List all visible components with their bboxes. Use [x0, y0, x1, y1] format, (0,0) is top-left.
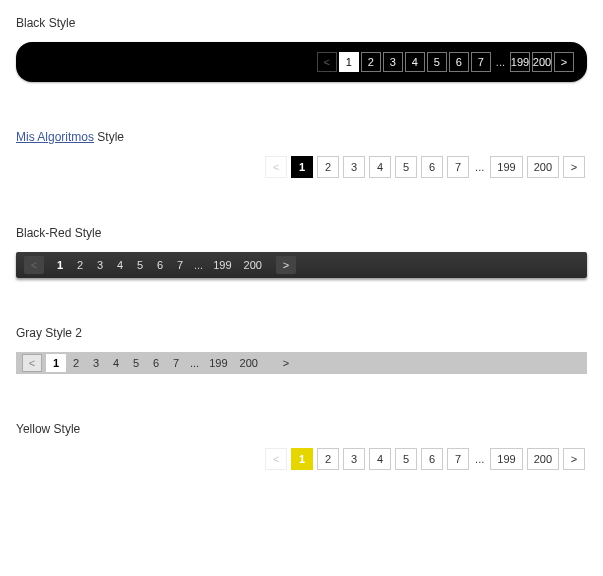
next-button[interactable]: > — [563, 448, 585, 470]
page-7-button[interactable]: 7 — [447, 156, 469, 178]
pagination-bar-mis: < 1 2 3 4 5 6 7 ... 199 200 > — [16, 156, 587, 178]
next-button[interactable]: > — [554, 52, 574, 72]
page-199-button[interactable]: 199 — [490, 448, 522, 470]
section-title: Mis Algoritmos Style — [16, 130, 587, 144]
page-200-button[interactable]: 200 — [238, 256, 268, 274]
page-2-button[interactable]: 2 — [317, 156, 339, 178]
page-199-button[interactable]: 199 — [510, 52, 530, 72]
page-3-button[interactable]: 3 — [343, 448, 365, 470]
page-200-button[interactable]: 200 — [234, 354, 264, 372]
page-1-button[interactable]: 1 — [50, 256, 70, 274]
pagination-mis: < 1 2 3 4 5 6 7 ... 199 200 > — [263, 156, 587, 178]
page-1-button[interactable]: 1 — [46, 354, 66, 372]
page-2-button[interactable]: 2 — [70, 256, 90, 274]
pagination-yellow: < 1 2 3 4 5 6 7 ... 199 200 > — [263, 448, 587, 470]
page-6-button[interactable]: 6 — [449, 52, 469, 72]
page-5-button[interactable]: 5 — [395, 156, 417, 178]
page-4-button[interactable]: 4 — [369, 448, 391, 470]
pagination-bar-black: < 1 2 3 4 5 6 7 ... 199 200 > — [16, 42, 587, 82]
page-2-button[interactable]: 2 — [317, 448, 339, 470]
section-black-style: Black Style < 1 2 3 4 5 6 7 ... 199 200 … — [16, 16, 587, 82]
page-200-button[interactable]: 200 — [532, 52, 552, 72]
page-199-button[interactable]: 199 — [203, 354, 233, 372]
page-200-button[interactable]: 200 — [527, 156, 559, 178]
section-mis-style: Mis Algoritmos Style < 1 2 3 4 5 6 7 ...… — [16, 130, 587, 178]
section-title: Black-Red Style — [16, 226, 587, 240]
page-7-button[interactable]: 7 — [170, 256, 190, 274]
page-4-button[interactable]: 4 — [110, 256, 130, 274]
pagination-black: < 1 2 3 4 5 6 7 ... 199 200 > — [316, 52, 575, 72]
section-gray-style-2: Gray Style 2 < 1 2 3 4 5 6 7 ... 199 200… — [16, 326, 587, 374]
ellipsis: ... — [190, 259, 207, 271]
page-2-button[interactable]: 2 — [66, 354, 86, 372]
page-199-button[interactable]: 199 — [207, 256, 237, 274]
prev-button: < — [24, 256, 44, 274]
page-4-button[interactable]: 4 — [405, 52, 425, 72]
prev-button: < — [317, 52, 337, 72]
section-title: Yellow Style — [16, 422, 587, 436]
section-black-red-style: Black-Red Style < 1 2 3 4 5 6 7 ... 199 … — [16, 226, 587, 278]
page-6-button[interactable]: 6 — [421, 156, 443, 178]
page-199-button[interactable]: 199 — [490, 156, 522, 178]
next-button[interactable]: > — [563, 156, 585, 178]
page-5-button[interactable]: 5 — [427, 52, 447, 72]
pagination-gray: < 1 2 3 4 5 6 7 ... 199 200 > — [22, 354, 296, 372]
ellipsis: ... — [471, 453, 488, 465]
page-7-button[interactable]: 7 — [166, 354, 186, 372]
page-4-button[interactable]: 4 — [106, 354, 126, 372]
next-button[interactable]: > — [276, 256, 296, 274]
page-5-button[interactable]: 5 — [130, 256, 150, 274]
page-3-button[interactable]: 3 — [383, 52, 403, 72]
section-title: Black Style — [16, 16, 587, 30]
pagination-bar-blackred: < 1 2 3 4 5 6 7 ... 199 200 > — [16, 252, 587, 278]
section-title: Gray Style 2 — [16, 326, 587, 340]
section-yellow-style: Yellow Style < 1 2 3 4 5 6 7 ... 199 200… — [16, 422, 587, 470]
next-button[interactable]: > — [276, 354, 296, 372]
page-5-button[interactable]: 5 — [126, 354, 146, 372]
ellipsis: ... — [471, 161, 488, 173]
page-5-button[interactable]: 5 — [395, 448, 417, 470]
page-1-button[interactable]: 1 — [291, 448, 313, 470]
pagination-bar-yellow: < 1 2 3 4 5 6 7 ... 199 200 > — [16, 448, 587, 470]
page-3-button[interactable]: 3 — [86, 354, 106, 372]
pagination-blackred: < 1 2 3 4 5 6 7 ... 199 200 > — [24, 256, 296, 274]
page-7-button[interactable]: 7 — [447, 448, 469, 470]
prev-button: < — [265, 156, 287, 178]
page-6-button[interactable]: 6 — [146, 354, 166, 372]
page-2-button[interactable]: 2 — [361, 52, 381, 72]
page-7-button[interactable]: 7 — [471, 52, 491, 72]
section-title-suffix: Style — [94, 130, 124, 144]
pagination-bar-gray: < 1 2 3 4 5 6 7 ... 199 200 > — [16, 352, 587, 374]
page-3-button[interactable]: 3 — [343, 156, 365, 178]
ellipsis: ... — [186, 357, 203, 369]
prev-button: < — [265, 448, 287, 470]
prev-button: < — [22, 354, 42, 372]
page-200-button[interactable]: 200 — [527, 448, 559, 470]
page-3-button[interactable]: 3 — [90, 256, 110, 274]
page-4-button[interactable]: 4 — [369, 156, 391, 178]
page-6-button[interactable]: 6 — [150, 256, 170, 274]
ellipsis: ... — [492, 56, 509, 68]
page-1-button[interactable]: 1 — [291, 156, 313, 178]
mis-algoritmos-link[interactable]: Mis Algoritmos — [16, 130, 94, 144]
page-1-button[interactable]: 1 — [339, 52, 359, 72]
page-6-button[interactable]: 6 — [421, 448, 443, 470]
